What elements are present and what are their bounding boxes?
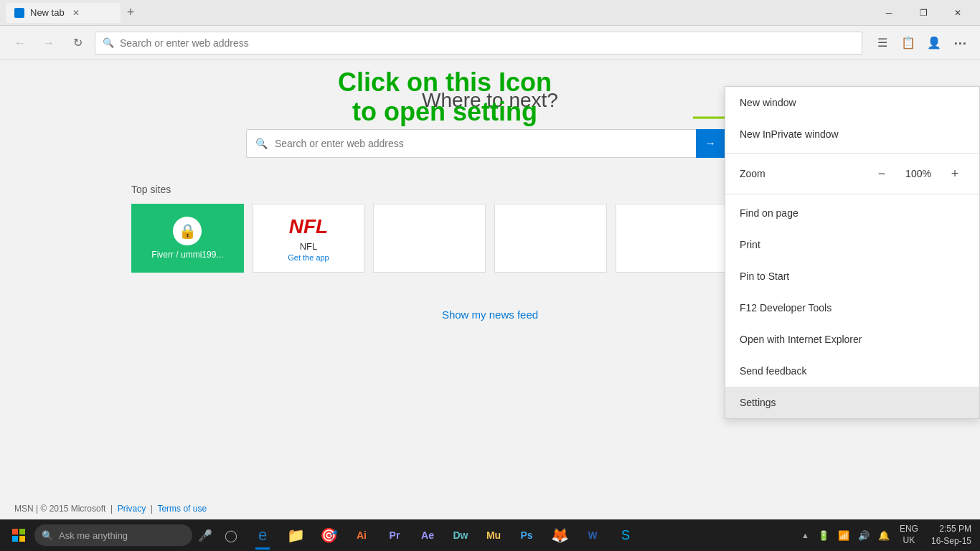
- menu-item-print[interactable]: Print: [725, 229, 979, 260]
- search-icon: 🔍: [103, 37, 114, 48]
- fiverr-lock-icon: 🔒: [179, 222, 197, 240]
- forward-button[interactable]: →: [37, 32, 60, 55]
- more-button[interactable]: ⋯: [948, 32, 971, 55]
- svg-rect-4: [12, 536, 18, 542]
- main-content: Click on this Iconto open setting Where …: [0, 60, 980, 519]
- taskbar-illustrator-icon[interactable]: Ai: [346, 519, 377, 551]
- settings-dropdown-menu: New window New InPrivate window Zoom − 1…: [725, 86, 980, 419]
- bing-search-button[interactable]: →: [696, 129, 725, 158]
- zoom-out-button[interactable]: −: [872, 164, 892, 184]
- site-tile-nfl[interactable]: NFL NFL Get the app: [253, 204, 365, 273]
- footer: MSN | © 2015 Microsoft | Privacy | Terms…: [14, 504, 207, 514]
- language-indicator[interactable]: ENG UK: [895, 524, 923, 546]
- share-icon[interactable]: 👤: [923, 32, 946, 55]
- zoom-value: 100%: [903, 168, 933, 179]
- tray-volume-icon[interactable]: 🔊: [855, 527, 872, 544]
- taskbar: 🔍 Ask me anything 🎤 ◯ e 📁 🎯 Ai Pr Ae Dw …: [0, 519, 980, 551]
- cortana-placeholder: Ask me anything: [59, 530, 128, 541]
- show-news-feed-link[interactable]: Show my news feed: [442, 309, 538, 321]
- fiverr-icon: 🔒: [173, 217, 202, 245]
- site-tile-empty-1[interactable]: [373, 204, 486, 273]
- footer-privacy-link[interactable]: Privacy: [118, 504, 146, 514]
- nfl-name: NFL: [300, 241, 318, 252]
- taskbar-word-icon[interactable]: W: [577, 519, 608, 551]
- cortana-icon: 🔍: [42, 530, 53, 541]
- menu-item-new-window[interactable]: New window: [725, 87, 979, 118]
- menu-item-find-on-page[interactable]: Find on page: [725, 197, 979, 229]
- tab-title: New tab: [30, 7, 65, 18]
- menu-item-new-inprivate[interactable]: New InPrivate window: [725, 118, 979, 150]
- menu-item-send-feedback[interactable]: Send feedback: [725, 355, 979, 387]
- taskbar-skype-icon[interactable]: S: [610, 519, 641, 551]
- main-search-box[interactable]: 🔍 →: [246, 129, 734, 158]
- new-tab-button[interactable]: +: [121, 3, 141, 23]
- menu-item-f12-dev-tools[interactable]: F12 Developer Tools: [725, 292, 979, 324]
- main-search-input[interactable]: [275, 138, 689, 149]
- svg-rect-2: [12, 529, 18, 534]
- menu-separator-1: [725, 153, 979, 154]
- tray-network-icon[interactable]: 📶: [835, 527, 852, 544]
- taskbar-explorer-icon[interactable]: 📁: [280, 519, 311, 551]
- tab-close-button[interactable]: ✕: [70, 7, 82, 19]
- start-button[interactable]: [3, 519, 34, 551]
- fiverr-label: Fiverr / ummi199...: [151, 250, 223, 260]
- svg-rect-5: [19, 536, 25, 542]
- notes-icon[interactable]: 📋: [897, 32, 920, 55]
- hub-icon[interactable]: ☰: [871, 32, 894, 55]
- system-clock[interactable]: 2:55 PM 16-Sep-15: [925, 523, 977, 547]
- menu-separator-2: [725, 194, 979, 194]
- maximize-button[interactable]: ❐: [907, 0, 940, 26]
- cortana-search-box[interactable]: 🔍 Ask me anything: [34, 524, 192, 546]
- close-button[interactable]: ✕: [941, 0, 974, 26]
- footer-terms-link[interactable]: Terms of use: [157, 504, 207, 514]
- address-bar[interactable]: 🔍: [95, 32, 862, 55]
- page-heading: Where to next?: [422, 89, 558, 112]
- taskbar-store-icon[interactable]: 🎯: [313, 519, 344, 551]
- window-controls: ─ ❐ ✕: [872, 0, 974, 26]
- address-input[interactable]: [120, 37, 854, 49]
- tray-expand-button[interactable]: ▲: [798, 531, 812, 540]
- clock-date: 16-Sep-15: [931, 535, 971, 547]
- footer-msn-text: MSN | © 2015 Microsoft: [14, 504, 105, 514]
- tray-battery-icon[interactable]: 🔋: [815, 527, 832, 544]
- taskbar-premiere-icon[interactable]: Pr: [379, 519, 410, 551]
- menu-item-open-ie[interactable]: Open with Internet Explorer: [725, 324, 979, 355]
- site-tile-empty-2[interactable]: [494, 204, 607, 273]
- menu-item-pin-to-start[interactable]: Pin to Start: [725, 260, 979, 292]
- menu-item-settings[interactable]: Settings: [725, 387, 979, 418]
- back-button[interactable]: ←: [9, 32, 32, 55]
- minimize-button[interactable]: ─: [872, 0, 905, 26]
- tray-notification-icon[interactable]: 🔔: [875, 527, 892, 544]
- taskbar-muse-icon[interactable]: Mu: [478, 519, 509, 551]
- clock-time: 2:55 PM: [931, 523, 971, 535]
- zoom-label: Zoom: [740, 168, 860, 179]
- navigation-bar: ← → ↻ 🔍 ☰ 📋 👤 ⋯: [0, 26, 980, 60]
- taskbar-ps-icon[interactable]: Ps: [511, 519, 542, 551]
- taskbar-ae-icon[interactable]: Ae: [412, 519, 443, 551]
- taskbar-dw-icon[interactable]: Dw: [445, 519, 476, 551]
- toolbar-icons: ☰ 📋 👤 ⋯: [871, 32, 971, 55]
- zoom-control: Zoom − 100% +: [725, 156, 979, 191]
- site-tile-fiverr[interactable]: 🔒 Fiverr / ummi199...: [131, 204, 244, 273]
- zoom-in-button[interactable]: +: [945, 164, 965, 184]
- nfl-sub: Get the app: [288, 253, 329, 262]
- site-tile-empty-3[interactable]: [616, 204, 728, 273]
- taskbar-mic-button[interactable]: 🎤: [192, 522, 218, 548]
- taskbar-app-icons: e 📁 🎯 Ai Pr Ae Dw Mu Ps 🦊 W S: [247, 519, 641, 551]
- svg-rect-3: [19, 529, 25, 534]
- browser-tab[interactable]: New tab ✕: [6, 3, 121, 23]
- taskbar-tablet-button[interactable]: ◯: [218, 522, 244, 548]
- taskbar-edge-icon[interactable]: e: [247, 519, 278, 551]
- title-bar: New tab ✕ + ─ ❐ ✕: [0, 0, 980, 26]
- tab-favicon: [14, 8, 24, 18]
- refresh-button[interactable]: ↻: [66, 32, 89, 55]
- system-tray: ▲ 🔋 📶 🔊 🔔 ENG UK 2:55 PM 16-Sep-15: [798, 523, 977, 547]
- main-search-icon: 🔍: [255, 138, 268, 149]
- nfl-logo: NFL: [289, 215, 328, 238]
- taskbar-firefox-icon[interactable]: 🦊: [544, 519, 575, 551]
